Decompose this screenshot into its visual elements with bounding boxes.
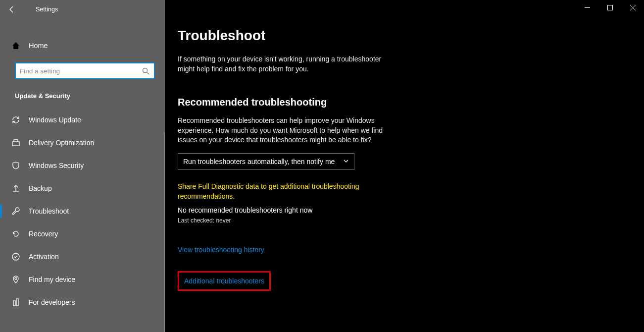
backup-icon: [11, 183, 21, 193]
svg-rect-12: [16, 299, 18, 306]
sidebar-item-recovery[interactable]: Recovery: [0, 222, 165, 245]
page-title: Troubleshoot: [178, 28, 644, 44]
sidebar-item-label: Activation: [29, 253, 59, 261]
additional-troubleshooters-link[interactable]: Additional troubleshooters: [184, 277, 264, 285]
svg-rect-6: [12, 142, 19, 146]
sidebar: Home Update & Security Windows Update De…: [0, 19, 165, 332]
view-history-link[interactable]: View troubleshooting history: [178, 246, 264, 254]
home-label: Home: [29, 42, 48, 50]
home-nav[interactable]: Home: [0, 35, 165, 56]
section-heading: Recommended troubleshooting: [178, 97, 644, 108]
svg-point-10: [15, 277, 17, 279]
dropdown-value: Run troubleshooters automatically, then …: [183, 158, 335, 166]
delivery-icon: [11, 138, 21, 148]
sidebar-item-backup[interactable]: Backup: [0, 177, 165, 200]
sidebar-item-label: For developers: [29, 298, 75, 306]
minimize-button[interactable]: [576, 0, 598, 15]
sidebar-section-title: Update & Security: [0, 85, 165, 109]
sidebar-item-troubleshoot[interactable]: Troubleshoot: [0, 200, 165, 222]
svg-point-4: [143, 68, 147, 72]
diagnostic-warning-link[interactable]: Share Full Diagnostic data to get additi…: [178, 182, 376, 201]
location-icon: [11, 275, 21, 284]
recovery-icon: [11, 229, 21, 239]
check-circle-icon: [11, 252, 21, 262]
sidebar-item-windows-update[interactable]: Windows Update: [0, 109, 165, 131]
troubleshoot-frequency-dropdown[interactable]: Run troubleshooters automatically, then …: [178, 153, 354, 170]
status-text: No recommended troubleshooters right now: [178, 206, 644, 214]
sidebar-item-find-my-device[interactable]: Find my device: [0, 268, 165, 291]
wrench-icon: [11, 206, 21, 216]
sidebar-item-label: Windows Security: [29, 162, 84, 169]
sidebar-item-label: Recovery: [29, 230, 58, 238]
app-title: Settings: [36, 6, 58, 13]
search-icon: [137, 67, 154, 75]
main-content: Troubleshoot If something on your device…: [165, 19, 644, 332]
svg-point-9: [12, 253, 19, 260]
shield-icon: [11, 161, 21, 170]
sidebar-item-activation[interactable]: Activation: [0, 245, 165, 268]
developer-icon: [11, 297, 21, 307]
home-icon: [11, 41, 21, 51]
search-input[interactable]: [16, 67, 137, 75]
sidebar-item-label: Troubleshoot: [29, 207, 69, 215]
sidebar-item-windows-security[interactable]: Windows Security: [0, 154, 165, 177]
sidebar-item-label: Find my device: [29, 276, 75, 283]
search-input-wrap[interactable]: [15, 62, 155, 79]
close-button[interactable]: [621, 0, 644, 15]
sidebar-item-for-developers[interactable]: For developers: [0, 291, 165, 314]
sidebar-item-label: Backup: [29, 184, 52, 192]
section-text: Recommended troubleshooters can help imp…: [178, 116, 396, 145]
sidebar-item-label: Delivery Optimization: [29, 139, 94, 147]
svg-rect-11: [13, 301, 15, 306]
intro-text: If something on your device isn't workin…: [178, 55, 386, 74]
svg-line-5: [147, 72, 149, 74]
chevron-down-icon: [343, 158, 349, 166]
sidebar-item-delivery-optimization[interactable]: Delivery Optimization: [0, 131, 165, 154]
back-button[interactable]: [0, 0, 24, 19]
sidebar-item-label: Windows Update: [29, 116, 81, 124]
maximize-button[interactable]: [598, 0, 621, 15]
sync-icon: [11, 115, 21, 125]
sidebar-scrollbar[interactable]: [164, 132, 165, 332]
highlight-box: Additional troubleshooters: [178, 271, 271, 291]
svg-rect-1: [607, 5, 612, 10]
last-checked-text: Last checked: never: [178, 217, 644, 224]
